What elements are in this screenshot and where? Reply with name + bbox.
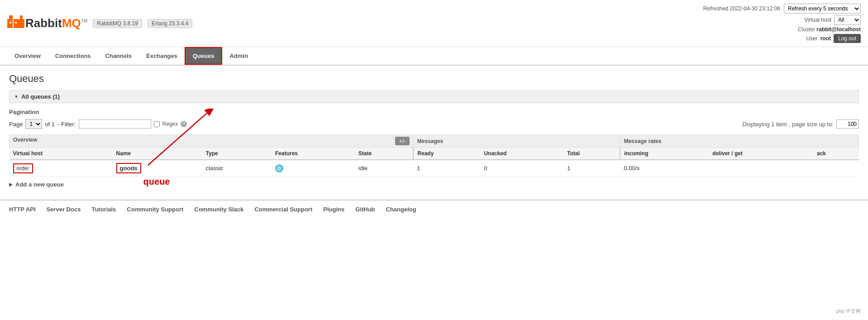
- triangle-icon: ▼: [14, 94, 19, 99]
- rabbitmq-version-badge: RabbitMQ 3.8.19: [93, 19, 142, 28]
- page-label: Page: [9, 121, 23, 128]
- add-queue-label: Add a new queue: [15, 181, 64, 188]
- col-type: Type: [202, 148, 272, 160]
- footer-link-commercial-support[interactable]: Commercial Support: [254, 206, 312, 213]
- nav-connections[interactable]: Connections: [48, 48, 98, 64]
- filter-label: - Filter:: [57, 121, 76, 128]
- logout-button[interactable]: Log out: [834, 34, 861, 43]
- page-title: Queues: [9, 73, 859, 85]
- vhost-select[interactable]: All / order: [834, 15, 861, 25]
- cell-unacked: 0: [480, 160, 563, 177]
- main-content: Queues ▼ All queues (1) Pagination Page …: [0, 66, 868, 200]
- col-ack: ack: [813, 148, 859, 160]
- col-header-row: Virtual host Name Type Features State Re…: [10, 148, 859, 160]
- footer-link-community-slack[interactable]: Community Slack: [194, 206, 243, 213]
- top-header: RabbitMQTM RabbitMQ 3.8.19 Erlang 23.3.4…: [0, 0, 868, 47]
- top-right-controls: Refreshed 2022-04-30 23:12:06 Refresh ev…: [703, 4, 861, 43]
- overview-group-header: Overview +/-: [10, 135, 414, 148]
- messages-group-header: Messages: [413, 135, 620, 148]
- add-queue-row[interactable]: ▶ Add a new queue: [9, 177, 859, 192]
- logo-mq-text: MQ: [62, 16, 81, 30]
- user-name: root: [820, 35, 831, 42]
- footer-link-plugins[interactable]: Plugins: [323, 206, 344, 213]
- help-icon[interactable]: ?: [181, 121, 187, 127]
- svg-rect-5: [10, 22, 11, 24]
- regex-checkbox[interactable]: [154, 121, 160, 127]
- cell-ack: [813, 160, 859, 177]
- pagination-controls: Page 1 of 1 - Filter: Regex ? Displaying…: [9, 119, 859, 129]
- logo-rabbit-text: RabbitMQTM: [25, 16, 87, 30]
- pm-button[interactable]: +/-: [395, 137, 410, 145]
- col-virtual-host: Virtual host: [10, 148, 113, 160]
- cell-total: 1: [563, 160, 620, 177]
- table-row[interactable]: order goods: [10, 160, 859, 177]
- cell-name: goods queue: [113, 160, 202, 177]
- cell-virtual-host: order: [10, 160, 113, 177]
- cluster-row: Cluster rabbit@localhost: [798, 26, 861, 33]
- nav-queues[interactable]: Queues: [185, 47, 223, 65]
- col-features: Features: [272, 148, 355, 160]
- page-select[interactable]: 1: [25, 119, 42, 129]
- regex-label: Regex: [162, 121, 178, 127]
- page-size-input[interactable]: [836, 119, 859, 129]
- col-name: Name: [113, 148, 202, 160]
- msg-rates-group-header: Message rates: [620, 135, 858, 148]
- col-ready: Ready: [413, 148, 480, 160]
- cell-ready: 1: [413, 160, 480, 177]
- vhost-label: Virtual host: [804, 17, 831, 23]
- all-queues-label: All queues (1): [21, 93, 60, 100]
- vhost-row: Virtual host All / order: [804, 15, 861, 25]
- add-queue-triangle: ▶: [9, 182, 13, 187]
- footer-link-github[interactable]: GitHub: [355, 206, 375, 213]
- footer-link-changelog[interactable]: Changelog: [386, 206, 416, 213]
- nav-admin[interactable]: Admin: [222, 48, 255, 64]
- logo: RabbitMQTM: [7, 15, 87, 32]
- group-header-row: Overview +/- Messages Message rates: [10, 135, 859, 148]
- cluster-value: rabbit@localhost: [816, 26, 861, 33]
- queue-name-value[interactable]: goods: [116, 163, 141, 173]
- rabbitmq-logo-icon: [7, 15, 25, 32]
- col-incoming: incoming: [620, 148, 709, 160]
- cell-features: D: [272, 160, 355, 177]
- refresh-time: Refreshed 2022-04-30 23:12:06: [703, 5, 780, 12]
- cell-deliver-get: [709, 160, 813, 177]
- footer-link-tutorials[interactable]: Tutorials: [91, 206, 116, 213]
- svg-rect-6: [15, 22, 17, 24]
- nav-channels[interactable]: Channels: [98, 48, 139, 64]
- features-badge-d: D: [275, 164, 283, 172]
- svg-rect-1: [9, 15, 13, 22]
- erlang-version-badge: Erlang 23.3.4.4: [148, 19, 192, 28]
- nav-bar: Overview Connections Channels Exchanges …: [0, 47, 868, 66]
- all-queues-section-header[interactable]: ▼ All queues (1): [9, 90, 859, 103]
- col-state: State: [355, 148, 413, 160]
- footer-link-http-api[interactable]: HTTP API: [9, 206, 36, 213]
- user-row: User root Log out: [806, 34, 861, 43]
- cell-incoming: 0.00/s: [620, 160, 709, 177]
- nav-overview[interactable]: Overview: [7, 48, 48, 64]
- nav-exchanges[interactable]: Exchanges: [139, 48, 185, 64]
- svg-rect-4: [20, 15, 23, 21]
- refresh-row: Refreshed 2022-04-30 23:12:06 Refresh ev…: [703, 4, 861, 14]
- footer-link-server-docs[interactable]: Server Docs: [47, 206, 81, 213]
- col-total: Total: [563, 148, 620, 160]
- queue-annotation: goods queue: [116, 163, 141, 173]
- virtual-host-value: order: [13, 163, 33, 173]
- queues-table: Overview +/- Messages Message rates Virt…: [9, 134, 859, 177]
- logo-area: RabbitMQTM RabbitMQ 3.8.19 Erlang 23.3.4…: [7, 15, 192, 32]
- page-of-label: of 1: [45, 121, 55, 128]
- cell-type: classic: [202, 160, 272, 177]
- pagination-label: Pagination: [9, 109, 859, 115]
- logo-tm: TM: [81, 19, 87, 24]
- refresh-select[interactable]: Refresh every 5 seconds Refresh every 10…: [784, 4, 861, 14]
- queues-table-wrapper: Overview +/- Messages Message rates Virt…: [9, 134, 859, 177]
- cell-state: idle: [355, 160, 413, 177]
- footer-link-community-support[interactable]: Community Support: [127, 206, 183, 213]
- col-unacked: Unacked: [480, 148, 563, 160]
- footer: HTTP API Server Docs Tutorials Community…: [0, 200, 868, 218]
- filter-input[interactable]: [79, 119, 151, 129]
- display-info: Displaying 1 item , page size up to:: [742, 121, 834, 128]
- user-label: User: [806, 35, 817, 42]
- pagination-area: Pagination Page 1 of 1 - Filter: Regex ?…: [9, 109, 859, 129]
- col-deliver-get: deliver / get: [709, 148, 813, 160]
